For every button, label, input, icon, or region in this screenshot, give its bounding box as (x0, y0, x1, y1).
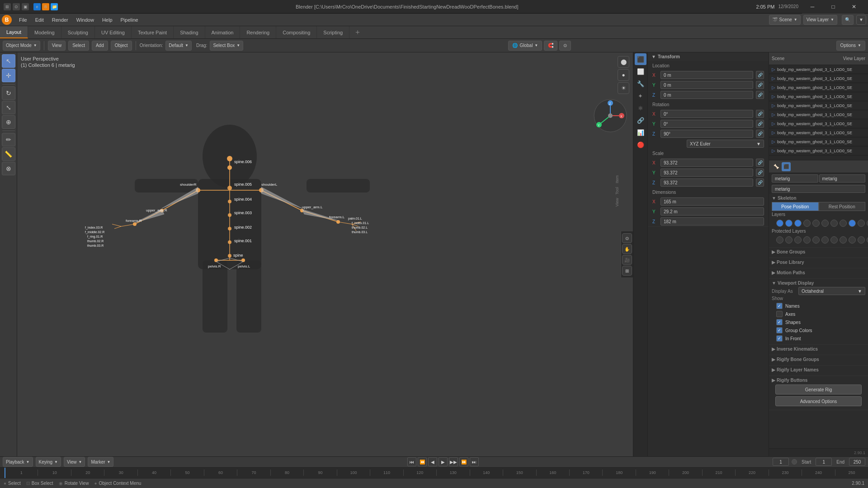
bone-icon-active[interactable]: ⬛ (782, 162, 791, 171)
play-backward-button[interactable]: ◀ (428, 457, 437, 466)
view-tool-3[interactable]: 🎥 (622, 255, 632, 265)
close-button[interactable]: ✕ (844, 0, 864, 14)
transform-tool[interactable]: ⊕ (2, 115, 15, 129)
location-x-link-icon[interactable]: 🔗 (756, 71, 764, 79)
prot-dot-2[interactable] (785, 236, 793, 244)
tab-rendering[interactable]: Rendering (240, 26, 276, 38)
transform-section-header[interactable]: ▼ Transform (648, 52, 769, 61)
prot-dot-6[interactable] (821, 236, 829, 244)
scale-y-field[interactable]: 93.372 (660, 169, 753, 177)
view-tool-2[interactable]: ✋ (622, 244, 632, 254)
list-item[interactable]: ▷ body_mp_western_ghost_3_1_LOD0_SE (769, 119, 868, 128)
task-view-icon[interactable]: ▣ (22, 3, 29, 10)
edge-icon[interactable]: e (33, 3, 41, 10)
prot-dot-3[interactable] (794, 236, 802, 244)
rest-position-btn[interactable]: Rest Position (819, 202, 866, 211)
dim-y-field[interactable]: 29.2 m (660, 207, 764, 216)
select-menu-btn[interactable]: Select (68, 41, 89, 51)
menu-help[interactable]: Help (99, 16, 116, 24)
scale-tool[interactable]: ⤡ (2, 101, 15, 114)
frame-jump-icon[interactable] (792, 459, 797, 465)
pose-library-header[interactable]: ▶ Pose Library (772, 260, 865, 265)
viewport-shading-rendered[interactable]: ☀ (618, 82, 629, 94)
maximize-button[interactable]: □ (823, 0, 844, 14)
display-as-dropdown[interactable]: Octahedral ▼ (798, 287, 865, 295)
timeline-view-dropdown[interactable]: View ▼ (64, 457, 85, 467)
viewport-shading-material[interactable]: ● (618, 69, 629, 81)
keying-dropdown[interactable]: Keying ▼ (36, 457, 61, 467)
select-tool[interactable]: ↖ (2, 54, 15, 68)
layer-dot-5[interactable] (812, 220, 820, 227)
dim-z-field[interactable]: 182 m (660, 217, 764, 225)
view-tool-4[interactable]: ⊞ (622, 266, 632, 276)
view-menu-btn[interactable]: View (48, 41, 66, 51)
proportional-edit[interactable]: ⊙ (559, 41, 571, 51)
measure-tool[interactable]: 📏 (2, 147, 15, 161)
constraints-icon[interactable]: 🔗 (635, 114, 646, 126)
navigation-gizmo[interactable]: Z X Y (592, 98, 628, 134)
modifier-icon[interactable]: 🔧 (635, 78, 646, 89)
layer-dot-4[interactable] (803, 220, 811, 227)
rotation-x-field[interactable]: 0° (660, 110, 753, 118)
group-colors-checkbox[interactable] (776, 327, 783, 333)
scene-dropdown[interactable]: 🎬 Scene ▼ (769, 15, 801, 25)
list-item[interactable]: ▷ body_mp_western_ghost_3_1_LOD0_SE (769, 65, 868, 74)
location-x-field[interactable]: 0 m (660, 71, 753, 79)
tab-texture-paint[interactable]: Texture Paint (132, 26, 174, 38)
show-names-checkbox[interactable] (776, 303, 783, 309)
object-props-icon[interactable]: ⬛ (635, 53, 646, 65)
layer-dot-7[interactable] (830, 220, 838, 227)
play-button[interactable]: ▶ (439, 457, 448, 466)
snap-toggle[interactable]: 🧲 (544, 41, 557, 51)
mode-dropdown[interactable]: Object Mode ▼ (3, 41, 40, 51)
tab-layout[interactable]: Layout (0, 26, 28, 38)
data-icon[interactable]: 📊 (635, 127, 646, 138)
menu-window[interactable]: Window (73, 16, 98, 24)
options-btn[interactable]: Options ▼ (836, 41, 865, 51)
jump-start-button[interactable]: ⏮ (407, 457, 416, 466)
motion-paths-header[interactable]: ▶ Motion Paths (772, 270, 865, 275)
location-y-field[interactable]: 0 m (660, 81, 753, 89)
3d-viewport[interactable]: User Perspective (1) Collection 6 | meta… (17, 52, 633, 456)
layer-dot-10[interactable] (858, 220, 865, 227)
list-item[interactable]: ▷ body_mp_western_ghost_3_1_LOD0_SE (769, 83, 868, 92)
rotation-z-field[interactable]: 90° (660, 130, 753, 138)
object-data-icon[interactable]: ⬜ (635, 66, 646, 77)
layer-dot-1[interactable] (776, 220, 783, 227)
start-frame-input[interactable] (816, 458, 832, 466)
material-icon[interactable]: 🔴 (635, 139, 646, 150)
rotation-z-link-icon[interactable]: 🔗 (756, 130, 764, 138)
scale-z-field[interactable]: 93.372 (660, 178, 753, 187)
physics-icon[interactable]: ⚛ (635, 102, 646, 114)
blender-taskbar-icon[interactable]: B (42, 3, 49, 10)
files-icon[interactable]: 📁 (51, 3, 58, 10)
object-menu-btn[interactable]: Object (111, 41, 132, 51)
rotate-tool[interactable]: ↻ (2, 86, 15, 100)
armature-name-field2[interactable]: metarig (819, 174, 866, 183)
rigify-layer-names-header[interactable]: ▶ Rigify Layer Names (772, 367, 865, 372)
orientation-dropdown[interactable]: Default ▼ (165, 41, 192, 51)
prot-dot-9[interactable] (849, 236, 856, 244)
tab-sculpting[interactable]: Sculpting (61, 26, 95, 38)
tab-compositing[interactable]: Compositing (276, 26, 317, 38)
scale-y-link-icon[interactable]: 🔗 (756, 169, 764, 177)
viewport-display-header[interactable]: ▼ Viewport Display (772, 281, 865, 286)
skeleton-header[interactable]: ▼ Skeleton (772, 196, 865, 201)
list-item[interactable]: ▷ body_mp_western_ghost_3_1_LOD0_SE (769, 110, 868, 119)
advanced-options-button[interactable]: Advanced Options (775, 396, 862, 406)
list-item[interactable]: ▷ body_mp_western_ghost_3_1_LOD0_SE (769, 101, 868, 110)
prot-dot-1[interactable] (776, 236, 783, 244)
layer-dot-3[interactable] (794, 220, 802, 227)
prot-dot-8[interactable] (840, 236, 847, 244)
tab-animation[interactable]: Animation (205, 26, 241, 38)
list-item[interactable]: ▷ body_mp_western_ghost_3_1_LOD0_SE (769, 92, 868, 101)
minimize-button[interactable]: ─ (802, 0, 823, 14)
list-item[interactable]: ▷ body_mp_western_ghost_3_1_LOD0_SE (769, 128, 868, 137)
layer-dot-2[interactable] (785, 220, 793, 227)
menu-edit[interactable]: Edit (32, 16, 47, 24)
data-name-field[interactable]: metarig (772, 185, 865, 193)
cursor-tool[interactable]: ⊗ (2, 162, 15, 175)
show-shapes-checkbox[interactable] (776, 319, 783, 325)
next-keyframe-button[interactable]: ⏩ (459, 457, 468, 466)
scale-x-link-icon[interactable]: 🔗 (756, 159, 764, 167)
